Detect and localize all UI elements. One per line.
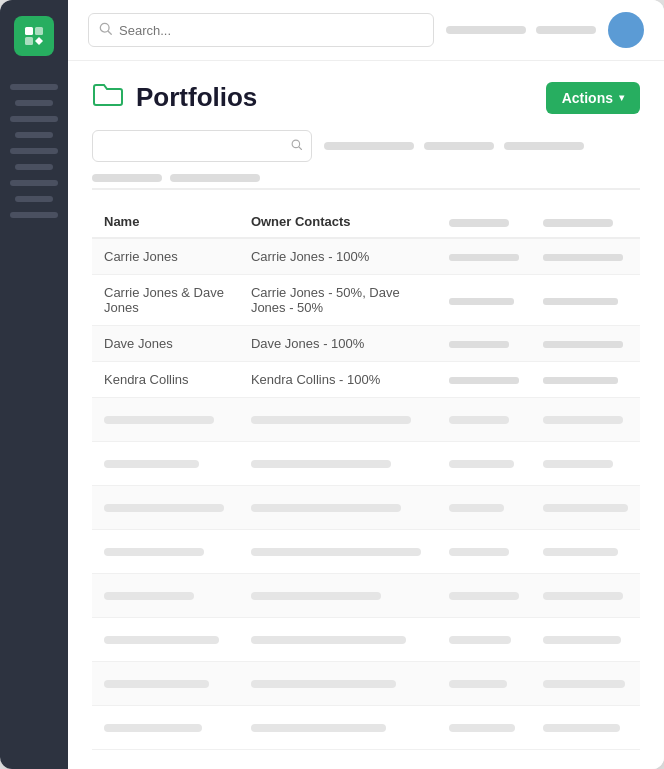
- sidebar: [0, 0, 68, 769]
- global-search-box[interactable]: [88, 13, 434, 47]
- topbar-placeholder-2: [536, 26, 596, 34]
- svg-rect-0: [25, 27, 33, 35]
- app-logo[interactable]: [14, 16, 54, 56]
- sidebar-nav-item-9[interactable]: [10, 212, 58, 218]
- sidebar-nav-item-2[interactable]: [15, 100, 53, 106]
- svg-rect-1: [25, 37, 33, 45]
- folder-icon: [92, 81, 124, 114]
- owner-contacts-cell: Kendra Collins - 100%: [239, 362, 437, 398]
- table-row: Dave Jones Dave Jones - 100%: [92, 326, 640, 362]
- cell-placeholder: [449, 341, 509, 348]
- owner-contacts-cell: Dave Jones - 100%: [239, 326, 437, 362]
- cell-placeholder: [543, 377, 618, 384]
- owner-contacts-cell: Carrie Jones - 50%, Dave Jones - 50%: [239, 275, 437, 326]
- owner-contacts-cell: Carrie Jones - 100%: [239, 238, 437, 275]
- cell-placeholder: [543, 254, 623, 261]
- cell-placeholder: [543, 298, 618, 305]
- logo-icon: [22, 24, 46, 48]
- tab-placeholder-2[interactable]: [170, 174, 260, 182]
- filter-placeholder-3: [504, 142, 584, 150]
- sidebar-nav-item-8[interactable]: [15, 196, 53, 202]
- table-row-ghost: [92, 706, 640, 750]
- filter-search-icon: [291, 137, 303, 155]
- sidebar-nav: [0, 84, 68, 218]
- sidebar-nav-item-5[interactable]: [10, 148, 58, 154]
- table-row-ghost: [92, 486, 640, 530]
- table-row: Carrie Jones & Dave Jones Carrie Jones -…: [92, 275, 640, 326]
- table-row-ghost: [92, 530, 640, 574]
- table-body: Carrie Jones Carrie Jones - 100% Carrie …: [92, 238, 640, 750]
- portfolio-name-link[interactable]: Carrie Jones: [92, 238, 239, 275]
- table-row-ghost: [92, 574, 640, 618]
- table-row-ghost: [92, 442, 640, 486]
- topbar-placeholders: [446, 26, 596, 34]
- cell-placeholder: [449, 298, 514, 305]
- col-placeholder-1: [437, 206, 531, 238]
- col-owner-contacts: Owner Contacts: [239, 206, 437, 238]
- app-window: Portfolios Actions ▾: [0, 0, 664, 769]
- col-placeholder-2: [531, 206, 640, 238]
- portfolio-name-link[interactable]: Dave Jones: [92, 326, 239, 362]
- actions-button[interactable]: Actions ▾: [546, 82, 640, 114]
- cell-placeholder: [543, 341, 623, 348]
- tab-placeholder-1[interactable]: [92, 174, 162, 182]
- table-row-ghost: [92, 398, 640, 442]
- svg-rect-2: [35, 27, 43, 35]
- filter-search-input[interactable]: [101, 139, 285, 153]
- filter-bar: [92, 130, 640, 162]
- sidebar-nav-item-7[interactable]: [10, 180, 58, 186]
- portfolio-name-link[interactable]: Kendra Collins: [92, 362, 239, 398]
- page-title: Portfolios: [136, 82, 257, 113]
- filter-search-box[interactable]: [92, 130, 312, 162]
- tabs-row: [92, 174, 640, 190]
- col-name: Name: [92, 206, 239, 238]
- search-icon: [99, 22, 113, 39]
- page-header: Portfolios Actions ▾: [92, 81, 640, 114]
- sidebar-nav-item-4[interactable]: [15, 132, 53, 138]
- filter-placeholder-2: [424, 142, 494, 150]
- sidebar-nav-item-1[interactable]: [10, 84, 58, 90]
- topbar: [68, 0, 664, 61]
- filter-placeholders: [324, 142, 640, 150]
- portfolios-table: Name Owner Contacts Carrie Jones Carrie …: [92, 206, 640, 750]
- page-content: Portfolios Actions ▾: [68, 61, 664, 769]
- actions-caret-icon: ▾: [619, 92, 624, 103]
- table-row-ghost: [92, 662, 640, 706]
- avatar[interactable]: [608, 12, 644, 48]
- global-search-input[interactable]: [119, 23, 423, 38]
- table-row-ghost: [92, 618, 640, 662]
- page-title-area: Portfolios: [92, 81, 257, 114]
- table-row: Kendra Collins Kendra Collins - 100%: [92, 362, 640, 398]
- sidebar-nav-item-3[interactable]: [10, 116, 58, 122]
- table-header: Name Owner Contacts: [92, 206, 640, 238]
- svg-line-6: [299, 147, 302, 150]
- cell-placeholder: [449, 254, 519, 261]
- svg-line-4: [108, 31, 111, 34]
- actions-button-label: Actions: [562, 90, 613, 106]
- topbar-placeholder-1: [446, 26, 526, 34]
- table-row: Carrie Jones Carrie Jones - 100%: [92, 238, 640, 275]
- filter-placeholder-1: [324, 142, 414, 150]
- portfolio-name-link[interactable]: Carrie Jones & Dave Jones: [92, 275, 239, 326]
- cell-placeholder: [449, 377, 519, 384]
- sidebar-nav-item-6[interactable]: [15, 164, 53, 170]
- main-content: Portfolios Actions ▾: [68, 0, 664, 769]
